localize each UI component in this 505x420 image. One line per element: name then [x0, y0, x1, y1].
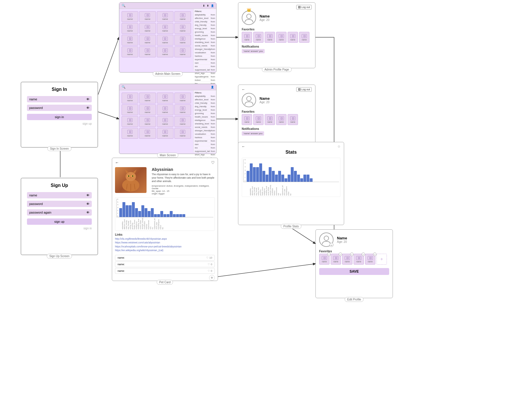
main-screen: 🔍 👤 🖼name 🖼name 🖼name 🖼name 🖼name 🖼name …: [119, 84, 217, 154]
pet-thumb-item[interactable]: 🖼name: [174, 11, 191, 22]
logout-button[interactable]: 🖼 Log out: [296, 87, 312, 92]
chart-bar: [262, 171, 265, 182]
pet-thumb-item[interactable]: 🖼name: [174, 35, 191, 46]
fav-item[interactable]: 🖼name: [288, 32, 298, 43]
search-icon[interactable]: 🔍: [122, 85, 126, 89]
edit-fav-item[interactable]: 🖼name –: [342, 254, 352, 265]
pet-thumb-item[interactable]: 🖼name: [139, 128, 156, 139]
pet-thumb-item[interactable]: 🖼name: [139, 46, 156, 57]
add-comment-button[interactable]: +: [209, 275, 215, 281]
signup-button[interactable]: sign up: [27, 218, 92, 225]
signin-password-input[interactable]: password 👁: [27, 105, 92, 111]
fav-item[interactable]: 🖼name: [253, 32, 264, 43]
signup-link[interactable]: sign up: [83, 122, 92, 125]
chart-bar: [157, 214, 160, 217]
comment-row: name: ♡ 0: [115, 268, 215, 274]
chart-bar: [141, 205, 144, 217]
signup-name-input[interactable]: name 👁: [27, 192, 92, 198]
fav-item[interactable]: 🖼name: [253, 114, 264, 125]
download-icon[interactable]: ⬇: [203, 4, 205, 7]
chart-bar: [132, 202, 135, 217]
fav-item[interactable]: 🖼name: [276, 114, 286, 125]
back-arrow[interactable]: ←: [115, 160, 119, 165]
chart-bar: [303, 175, 306, 182]
pet-thumb-item[interactable]: 🖼name: [122, 104, 138, 115]
fav-item[interactable]: 🖼name: [242, 114, 252, 125]
pet-thumb-item[interactable]: 🖼name: [122, 116, 138, 127]
pet-thumb-item[interactable]: 🖼name: [122, 11, 138, 22]
fav-item[interactable]: 🖼name: [265, 114, 275, 125]
back-arrow[interactable]: ←: [242, 144, 245, 149]
back-arrow[interactable]: ←: [242, 87, 245, 91]
fav-item[interactable]: 🖼name: [265, 32, 275, 43]
chart-bar: [176, 214, 179, 217]
pet-thumb-item[interactable]: 🖼name: [157, 35, 173, 46]
profile-icon[interactable]: 👤: [211, 86, 214, 89]
pet-thumb-item[interactable]: 🖼name: [122, 35, 138, 46]
edit-fav-item[interactable]: 🖼name –: [365, 254, 375, 265]
pet-thumb-item[interactable]: 🖼name: [157, 23, 173, 34]
pet-breed-title: Abyssinian: [152, 167, 215, 172]
profile-icon[interactable]: 👤: [211, 4, 214, 7]
pet-thumb-item[interactable]: 🖼name: [157, 128, 173, 139]
pet-thumb-item[interactable]: 🖼name: [122, 46, 138, 57]
edit-profile-label: Edit Profile: [345, 297, 364, 302]
pet-thumb-item[interactable]: 🖼name: [157, 93, 173, 103]
pet-thumb-item[interactable]: 🖼name: [122, 128, 138, 139]
filters-label: Filters:: [195, 91, 215, 94]
upload-icon[interactable]: ⬆: [207, 4, 209, 7]
admin-main-screen-label: Admin Main Screen: [153, 71, 183, 76]
signin-link[interactable]: sign in: [83, 227, 92, 230]
edit-avatar-icon[interactable]: –: [329, 243, 334, 247]
edit-profile-age: Age: 20: [337, 240, 347, 243]
pet-thumb-item[interactable]: 🖼name: [157, 104, 173, 115]
edit-fav-item[interactable]: 🖼name –: [331, 254, 341, 265]
search-icon[interactable]: 🔍: [122, 4, 126, 7]
chart-bar: [154, 214, 157, 217]
heart-icon[interactable]: ♡: [211, 160, 215, 165]
pet-thumb-item[interactable]: 🖼name: [174, 104, 191, 115]
fav-item[interactable]: 🖼name: [276, 32, 286, 43]
fav-item[interactable]: 🖼name: [299, 32, 309, 43]
add-fav-item[interactable]: +: [377, 254, 387, 265]
chart-bar: [160, 211, 163, 217]
chart-bar: [250, 163, 253, 182]
pet-thumb-item[interactable]: 🖼name: [139, 23, 156, 34]
pet-thumb-item[interactable]: 🖼name: [122, 93, 138, 103]
svg-point-18: [132, 175, 133, 177]
settings-icon[interactable]: ⚙: [338, 145, 340, 149]
fav-item[interactable]: 🖼name: [242, 32, 252, 43]
pet-thumb-item[interactable]: 🖼name: [174, 23, 191, 34]
pet-thumb-item[interactable]: 🖼name: [139, 11, 156, 22]
edit-fav-item[interactable]: 🖼name –: [354, 254, 364, 265]
pet-thumb-item[interactable]: 🖼name: [139, 104, 156, 115]
pet-thumb-item[interactable]: 🖼name: [157, 46, 173, 57]
fav-item[interactable]: 🖼name: [288, 114, 298, 125]
pet-thumb-item[interactable]: 🖼name: [139, 93, 156, 103]
pet-thumb-item[interactable]: 🖼name: [139, 116, 156, 127]
pet-thumb-item[interactable]: 🖼name: [174, 116, 191, 127]
edit-fav-item[interactable]: 🖼name –: [319, 254, 329, 265]
pet-card-screen: ← ♡: [112, 158, 218, 281]
signin-button[interactable]: sign in: [27, 114, 92, 120]
pet-thumb-item[interactable]: 🖼name: [139, 35, 156, 46]
save-button[interactable]: SAVE: [319, 268, 389, 275]
pet-thumb-item[interactable]: 🖼name: [157, 116, 173, 127]
admin-profile-label: Admin Profile Page: [262, 67, 292, 72]
svg-point-25: [324, 236, 329, 241]
chart-bar: [300, 178, 303, 182]
chart-bar: [269, 167, 272, 182]
signup-password-again-input[interactable]: password again 👁: [27, 209, 92, 216]
heart-count: ♡ 0: [208, 263, 212, 266]
pet-thumb-item[interactable]: 🖼name: [174, 128, 191, 139]
pet-thumb-item[interactable]: 🖼name: [122, 23, 138, 34]
signup-password-input[interactable]: password 👁: [27, 201, 92, 207]
pet-thumb-item[interactable]: 🖼name: [174, 46, 191, 57]
pet-thumb-item[interactable]: 🖼name: [157, 11, 173, 22]
signin-name-input[interactable]: name 👁: [27, 96, 92, 102]
notification-item: 'name' answer you: [242, 131, 264, 136]
chart-bar: [179, 214, 182, 217]
logout-button[interactable]: 🖼 Log out: [296, 5, 312, 9]
chart-bar: [291, 167, 294, 182]
pet-thumb-item[interactable]: 🖼name: [174, 93, 191, 103]
